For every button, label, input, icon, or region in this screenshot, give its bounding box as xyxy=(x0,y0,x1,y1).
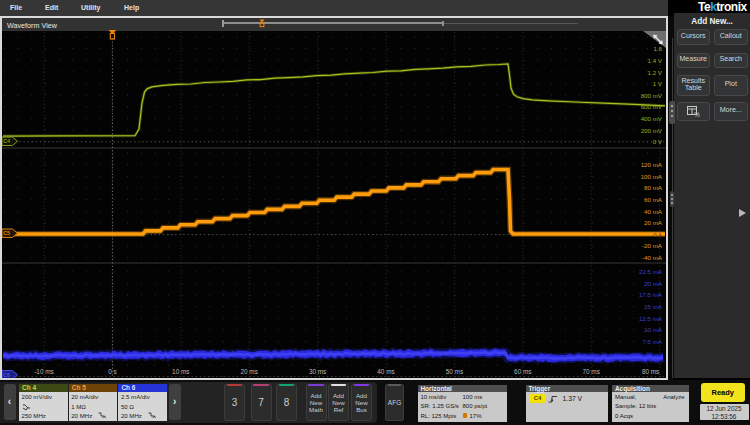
svg-text:100 mA: 100 mA xyxy=(641,173,663,180)
svg-text:800 mV: 800 mV xyxy=(641,92,663,99)
svg-text:-20 mA: -20 mA xyxy=(642,242,663,249)
svg-text:20 mA: 20 mA xyxy=(644,280,663,287)
svg-text:10 mA: 10 mA xyxy=(644,326,663,333)
svg-text:80 ms: 80 ms xyxy=(642,368,659,375)
svg-text:12.5 mA: 12.5 mA xyxy=(639,315,663,322)
svg-text:30 ms: 30 ms xyxy=(309,368,326,375)
svg-text:10 ms: 10 ms xyxy=(172,368,189,375)
svg-text:-40 mA: -40 mA xyxy=(642,254,663,261)
svg-text:0 V: 0 V xyxy=(653,138,663,145)
svg-text:40 mA: 40 mA xyxy=(644,208,663,215)
svg-text:15 mA: 15 mA xyxy=(644,303,663,310)
svg-text:0 A: 0 A xyxy=(653,232,662,238)
svg-text:1.4 V: 1.4 V xyxy=(648,57,663,64)
svg-text:20 mA: 20 mA xyxy=(644,219,663,226)
svg-text:1.2 V: 1.2 V xyxy=(648,69,663,76)
svg-text:1.6: 1.6 xyxy=(653,45,662,52)
svg-text:C5: C5 xyxy=(3,230,10,236)
svg-text:1 V: 1 V xyxy=(653,80,663,87)
svg-text:200 mV: 200 mV xyxy=(641,127,663,134)
svg-text:40 ms: 40 ms xyxy=(377,368,394,375)
svg-text:20 ms: 20 ms xyxy=(240,368,257,375)
svg-text:C4: C4 xyxy=(3,138,10,144)
svg-text:7.5 mA: 7.5 mA xyxy=(642,338,662,345)
svg-text:22.5 mA: 22.5 mA xyxy=(639,268,663,275)
svg-text:50 ms: 50 ms xyxy=(446,368,463,375)
svg-text:17.5 mA: 17.5 mA xyxy=(639,291,663,298)
svg-text:400 mV: 400 mV xyxy=(641,115,663,122)
svg-text:70 ms: 70 ms xyxy=(582,368,599,375)
svg-text:0 s: 0 s xyxy=(108,368,117,375)
svg-text:600 mV: 600 mV xyxy=(641,103,663,110)
svg-text:120 mA: 120 mA xyxy=(641,161,663,168)
svg-text:C6: C6 xyxy=(3,372,10,378)
svg-text:60 ms: 60 ms xyxy=(514,368,531,375)
svg-text:%: % xyxy=(694,110,700,117)
svg-text:-10 ms: -10 ms xyxy=(34,368,54,375)
svg-text:80 mA: 80 mA xyxy=(644,184,663,191)
svg-text:60 mA: 60 mA xyxy=(644,196,663,203)
